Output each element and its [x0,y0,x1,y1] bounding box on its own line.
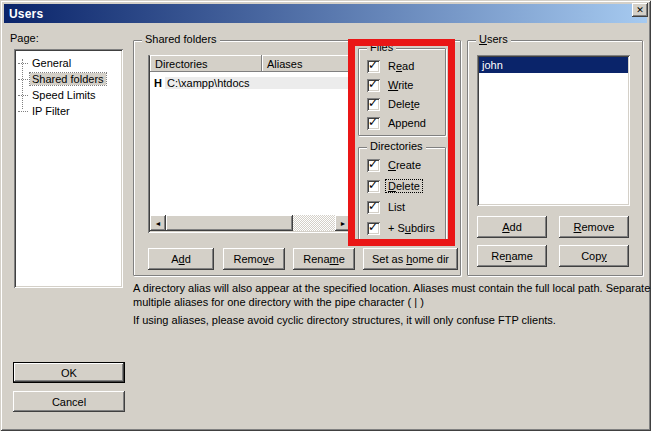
checkbox-label: Delete [386,180,422,192]
users-group-label: Users [476,33,511,45]
check-icon: ✓ [368,96,378,110]
check-icon: ✓ [368,199,378,213]
column-header-aliases[interactable]: Aliases [262,55,351,72]
checkbox-box: ✓ [367,159,380,172]
tree-branch-icon [18,95,28,96]
cancel-button[interactable]: Cancel [13,391,125,412]
page-tree[interactable]: General Shared folders Speed Limits IP F… [14,49,123,288]
scroll-left-button[interactable]: ◄ [150,215,166,231]
check-icon: ✓ [368,58,378,72]
checkbox-file-append[interactable]: ✓ Append [367,116,428,130]
files-group-label: Files [367,41,396,53]
close-button[interactable]: ✕ [632,3,648,17]
remove-folder-button[interactable]: Remove [223,248,285,270]
ok-button[interactable]: OK [13,362,125,383]
directories-list[interactable]: Directories Aliases H C:\xampp\htdocs ◄ … [148,55,353,233]
directories-group-label: Directories [367,140,426,152]
scrollbar-thumb[interactable] [166,215,293,231]
button-label: Remove [234,253,275,265]
close-icon: ✕ [636,5,644,15]
check-icon: ✓ [368,157,378,171]
users-dialog: Users ✕ Page: General Shared folders Spe… [0,0,651,431]
cyclic-note-text: If using aliases, please avoid cyclic di… [133,313,651,327]
scroll-left-icon: ◄ [155,220,162,227]
check-icon: ✓ [368,178,378,192]
column-header-label: Directories [155,58,208,70]
scrollbar-track[interactable] [293,215,335,231]
scroll-right-button[interactable]: ► [335,215,351,231]
set-as-home-dir-button[interactable]: Set as home dir [363,248,458,270]
tree-item-label: General [30,57,73,69]
button-label: Remove [574,221,615,233]
button-label: Rename [303,253,345,265]
tree-item-label: Speed Limits [30,89,98,101]
titlebar[interactable]: Users [4,4,647,23]
remove-user-button[interactable]: Remove [559,216,629,238]
checkbox-box: ✓ [367,180,380,193]
checkbox-dir-create[interactable]: ✓ Create [367,158,423,172]
checkbox-label: Read [386,60,416,72]
alias-note-text: A directory alias will also appear at th… [133,281,651,309]
scroll-right-icon: ► [340,220,347,227]
horizontal-scrollbar[interactable]: ◄ ► [150,215,351,231]
checkbox-label: Append [386,117,428,129]
add-user-button[interactable]: Add [477,216,547,238]
checkbox-file-delete[interactable]: ✓ Delete [367,97,422,111]
add-folder-button[interactable]: Add [148,248,214,270]
checkbox-box: ✓ [367,117,380,130]
user-name: john [482,59,503,71]
shared-folders-group-label: Shared folders [142,33,220,45]
button-label: Copy [581,250,607,262]
checkbox-box: ✓ [367,201,380,214]
tree-item-label: IP Filter [30,105,72,117]
tree-item-general[interactable]: General [18,55,73,71]
checkbox-file-read[interactable]: ✓ Read [367,59,416,73]
checkbox-label: List [386,201,407,213]
checkbox-label: Create [386,159,423,171]
checkbox-box: ✓ [367,98,380,111]
rename-folder-button[interactable]: Rename [293,248,355,270]
directories-permissions-group: Directories ✓ Create ✓ Delete ✓ List ✓ +… [358,147,446,240]
window-title: Users [4,7,43,21]
checkbox-label: + Subdirs [386,222,437,234]
button-label: Add [171,253,191,265]
checkbox-dir-list[interactable]: ✓ List [367,200,407,214]
users-list[interactable]: john [477,55,630,206]
checkbox-box: ✓ [367,60,380,73]
checkbox-dir-subdirs[interactable]: ✓ + Subdirs [367,221,437,235]
checkbox-box: ✓ [367,79,380,92]
button-label: Add [502,221,522,233]
tree-branch-icon [18,111,28,112]
tree-item-shared-folders[interactable]: Shared folders [18,71,106,87]
home-marker: H [151,77,165,89]
copy-user-button[interactable]: Copy [559,245,629,267]
check-icon: ✓ [368,115,378,129]
directory-row[interactable]: H C:\xampp\htdocs [151,75,350,90]
tree-branch-icon [18,79,28,80]
rename-user-button[interactable]: Rename [477,245,547,267]
files-permissions-group: Files ✓ Read ✓ Write ✓ Delete ✓ Append [358,48,446,136]
checkbox-dir-delete[interactable]: ✓ Delete [367,179,422,193]
checkbox-label: Delete [386,98,422,110]
page-label: Page: [10,32,39,44]
checkbox-label: Write [386,79,415,91]
directory-path: C:\xampp\htdocs [165,77,350,89]
tree-item-ip-filter[interactable]: IP Filter [18,103,72,119]
button-label: OK [61,367,77,379]
column-header-label: Aliases [267,58,302,70]
check-icon: ✓ [368,220,378,234]
tree-item-speed-limits[interactable]: Speed Limits [18,87,98,103]
checkbox-box: ✓ [367,222,380,235]
checkbox-file-write[interactable]: ✓ Write [367,78,415,92]
button-label: Rename [491,250,533,262]
button-label: Cancel [52,396,86,408]
column-header-directories[interactable]: Directories [150,55,262,72]
tree-branch-icon [18,63,28,64]
check-icon: ✓ [368,77,378,91]
button-label: Set as home dir [372,253,449,265]
user-list-item[interactable]: john [479,57,628,73]
tree-item-label: Shared folders [30,73,106,85]
